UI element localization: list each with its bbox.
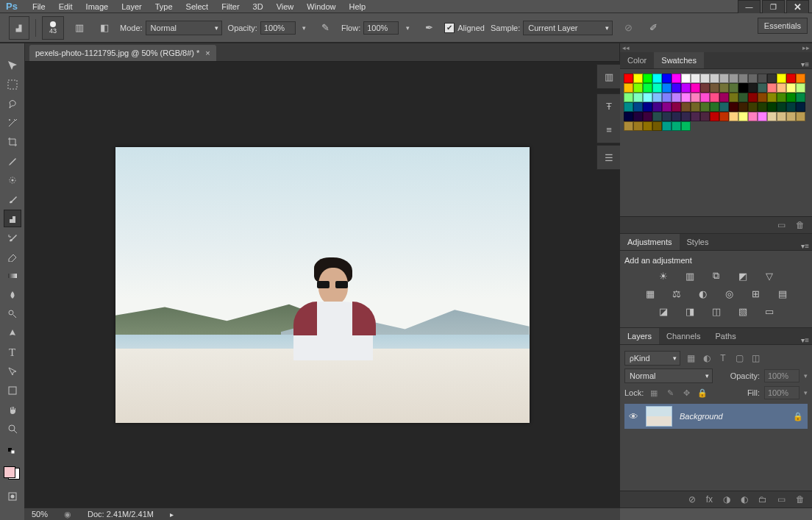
swatch[interactable] <box>672 112 681 121</box>
vibrance-icon[interactable]: ▽ <box>762 269 777 282</box>
visibility-toggle-icon[interactable]: 👁 <box>629 411 638 422</box>
menu-filter[interactable]: Filter <box>216 1 245 13</box>
character-panel-icon[interactable]: Ŧ <box>600 97 618 115</box>
swatch[interactable] <box>729 93 738 102</box>
swatch[interactable] <box>633 83 643 93</box>
swatch[interactable] <box>729 112 738 121</box>
swatch[interactable] <box>758 74 767 83</box>
swatch[interactable] <box>738 93 748 102</box>
swatch[interactable] <box>624 102 633 112</box>
swatch[interactable] <box>786 93 796 102</box>
tab-styles[interactable]: Styles <box>680 234 716 250</box>
swatch[interactable] <box>719 83 729 93</box>
airbrush-icon[interactable]: ✒ <box>419 18 438 38</box>
swatch[interactable] <box>748 74 758 83</box>
eraser-tool[interactable] <box>4 248 21 266</box>
flow-field[interactable]: 100% <box>363 21 399 35</box>
swatch[interactable] <box>624 121 633 131</box>
posterize-icon[interactable]: ◨ <box>683 304 697 318</box>
sample-dropdown[interactable]: Current Layer <box>523 21 613 35</box>
hand-tool[interactable] <box>4 401 21 419</box>
swatch[interactable] <box>652 83 662 93</box>
swatch[interactable] <box>633 121 643 131</box>
clone-stamp-tool[interactable] <box>4 210 21 227</box>
swatch[interactable] <box>700 93 710 102</box>
history-panel-icon[interactable]: ▥ <box>600 68 618 85</box>
brush-preset[interactable]: 43 <box>42 16 64 40</box>
current-tool-indicator[interactable] <box>9 16 29 40</box>
swatch[interactable] <box>672 93 681 102</box>
swatch[interactable] <box>700 102 710 112</box>
new-swatch-icon[interactable]: ▭ <box>777 220 786 230</box>
layer-style-icon[interactable]: fx <box>706 494 713 505</box>
zoom-tool[interactable] <box>4 420 21 438</box>
swatch[interactable] <box>672 121 681 131</box>
tab-layers[interactable]: Layers <box>620 328 659 344</box>
menu-window[interactable]: Window <box>301 1 341 13</box>
link-layers-icon[interactable]: ⊘ <box>688 494 696 505</box>
status-flyout-icon[interactable]: ▸ <box>170 510 174 519</box>
eyedropper-tool[interactable] <box>4 152 21 170</box>
pressure-opacity-icon[interactable]: ✎ <box>316 18 335 38</box>
history-brush-tool[interactable] <box>4 229 21 246</box>
brush-panel-toggle-icon[interactable]: ▥ <box>70 18 89 38</box>
pressure-size-icon[interactable]: ✐ <box>644 18 663 38</box>
swatch[interactable] <box>758 102 767 112</box>
swatch[interactable] <box>796 112 805 121</box>
panel-menu-icon[interactable]: ▾≡ <box>801 60 809 68</box>
exposure-icon[interactable]: ◩ <box>736 269 750 282</box>
swatch[interactable] <box>796 83 805 93</box>
maximize-button[interactable]: ❐ <box>762 0 785 14</box>
selective-color-icon[interactable]: ▧ <box>736 304 750 318</box>
new-layer-icon[interactable]: ▭ <box>777 494 786 505</box>
delete-layer-icon[interactable]: 🗑 <box>796 494 805 505</box>
collapse-right-icon[interactable]: ▸▸ <box>802 44 810 51</box>
fill-field[interactable]: 100% <box>764 386 799 399</box>
curves-icon[interactable]: ⧉ <box>709 269 724 282</box>
swatch[interactable] <box>633 102 643 112</box>
doc-size[interactable]: Doc: 2.41M/2.41M <box>88 510 154 519</box>
zoom-level[interactable]: 50% <box>32 510 48 519</box>
swatch[interactable] <box>691 112 700 121</box>
close-button[interactable]: ✕ <box>786 0 809 14</box>
swatch[interactable] <box>643 102 652 112</box>
lasso-tool[interactable] <box>4 95 21 113</box>
healing-brush-tool[interactable] <box>4 171 21 189</box>
pen-tool[interactable] <box>4 324 21 342</box>
swatch[interactable] <box>738 102 748 112</box>
new-group-icon[interactable]: 🗀 <box>758 494 767 505</box>
swatch[interactable] <box>777 112 786 121</box>
swatch[interactable] <box>710 83 719 93</box>
brush-tool[interactable] <box>4 190 21 208</box>
swatch[interactable] <box>767 74 777 83</box>
layer-mask-icon[interactable]: ◑ <box>723 494 730 505</box>
swatch[interactable] <box>738 112 748 121</box>
tab-swatches[interactable]: Swatches <box>654 52 704 68</box>
swatch[interactable] <box>652 74 662 83</box>
clone-source-panel-icon[interactable]: ◧ <box>95 18 114 38</box>
color-lookup-icon[interactable]: ▤ <box>775 287 790 300</box>
layer-opacity-field[interactable]: 100% <box>764 369 799 382</box>
swatch[interactable] <box>681 112 691 121</box>
lock-position-icon[interactable]: ✥ <box>680 388 692 398</box>
swatch[interactable] <box>624 74 633 83</box>
tab-adjustments[interactable]: Adjustments <box>620 234 680 250</box>
photo-filter-icon[interactable]: ◎ <box>722 287 737 300</box>
menu-layer[interactable]: Layer <box>115 1 148 13</box>
swatch[interactable] <box>633 93 643 102</box>
swatch[interactable] <box>681 121 691 131</box>
filter-shape-icon[interactable]: ▢ <box>733 353 745 363</box>
gradient-map-icon[interactable]: ▭ <box>762 304 777 318</box>
tab-color[interactable]: Color <box>620 52 654 68</box>
swatch[interactable] <box>719 74 729 83</box>
filter-smart-icon[interactable]: ◫ <box>749 353 761 363</box>
swatch[interactable] <box>652 93 662 102</box>
filter-adjust-icon[interactable]: ◐ <box>701 353 713 363</box>
canvas[interactable] <box>25 62 619 508</box>
swatch[interactable] <box>662 74 672 83</box>
swatch[interactable] <box>777 74 786 83</box>
opacity-field[interactable]: 100% <box>260 21 296 35</box>
swatch[interactable] <box>652 121 662 131</box>
brightness-contrast-icon[interactable]: ☀ <box>656 269 671 282</box>
swatch[interactable] <box>710 93 719 102</box>
